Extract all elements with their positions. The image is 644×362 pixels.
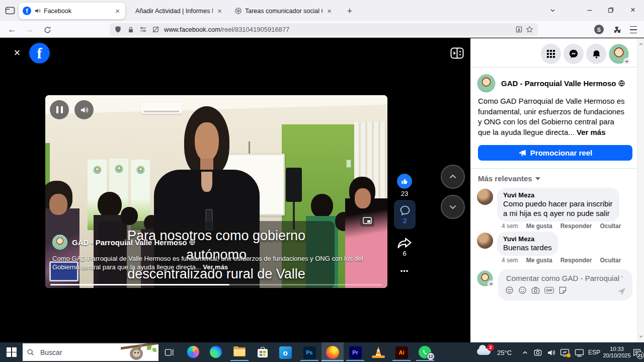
promote-reel-button[interactable]: Promocionar reel [478,145,632,161]
more-options-icon[interactable]: ••• [394,267,415,275]
video-progress-bar[interactable] [50,284,382,285]
lock-icon[interactable] [126,25,135,34]
sidebar-toggle-icon[interactable] [450,46,464,59]
gif-icon[interactable]: GIF [544,287,554,294]
reply-link[interactable]: Responder [560,223,592,230]
url-text[interactable]: www.facebook.com/reel/831041905916877 [164,26,515,33]
page-name[interactable]: GAD - Parroquial Valle Hermoso [72,238,187,247]
facebook-logo[interactable]: f [29,43,50,63]
messenger-icon[interactable] [564,44,584,64]
tab-close-icon[interactable]: × [216,7,223,15]
tab-tareas[interactable]: Tareas comunicador social GAD × [230,3,337,19]
volume-button[interactable] [74,100,94,119]
firefox-icon[interactable] [326,346,339,359]
taskbar-clock[interactable]: 10:33 20/10/2025 [603,346,631,359]
menu-hamburger-icon[interactable] [627,24,640,36]
extensions-puzzle-icon[interactable] [611,24,624,36]
photoshop-icon[interactable]: Ps [303,346,316,359]
task-view-icon[interactable] [163,346,176,359]
comment-time[interactable]: 4 sem [502,257,518,264]
commenter-avatar[interactable] [477,189,493,205]
reply-link[interactable]: Responder [560,257,592,264]
comment-composer[interactable]: GIF [498,269,632,301]
like-link[interactable]: Me gusta [526,257,552,264]
like-icon[interactable] [397,174,412,189]
sidebar-scrollbar[interactable] [637,38,644,342]
comment-author[interactable]: Yuvi Meza [503,235,552,243]
forward-button[interactable]: → [22,24,36,36]
whatsapp-icon[interactable]: 12 [419,346,432,359]
account-avatar[interactable] [609,44,629,64]
outlook-icon[interactable]: o [279,346,292,359]
file-explorer-icon[interactable] [233,346,246,359]
edge-icon[interactable] [210,346,223,359]
illustrator-icon[interactable]: Ai [395,346,408,359]
url-bar[interactable]: www.facebook.com/reel/831041905916877 [110,23,538,36]
commenter-avatar[interactable] [477,233,493,249]
next-reel-button[interactable] [441,195,465,219]
notifications-bell-icon[interactable] [586,44,606,64]
window-close-button[interactable]: × [622,0,644,20]
previous-reel-button[interactable] [441,165,465,189]
emoji-icon[interactable] [518,286,527,295]
comments-button[interactable]: 2 [394,200,416,229]
pause-button[interactable] [50,100,69,119]
firefox-view-icon[interactable] [4,5,16,16]
temperature-label[interactable]: 25°C [497,349,512,356]
permissions-icon[interactable] [139,25,147,34]
camera-icon[interactable] [531,286,540,295]
bookmark-star-icon[interactable] [525,25,534,34]
back-button[interactable]: ← [5,24,19,36]
reel-video[interactable]: Para nosotros como gobierno autónomo des… [45,95,387,288]
scroll-up-icon[interactable] [638,41,644,47]
network-icon[interactable] [573,347,585,357]
shield-icon[interactable] [114,25,122,34]
composer-avatar[interactable] [477,270,493,286]
search-input[interactable] [39,348,100,357]
like-link[interactable]: Me gusta [526,223,552,230]
taskbar-search[interactable] [23,343,158,361]
sticker-icon[interactable] [558,286,567,295]
notification-center-icon[interactable]: 21 [631,347,643,358]
tab-audio-icon[interactable] [34,8,41,14]
list-tabs-icon[interactable] [541,0,564,20]
picture-in-picture-icon[interactable] [360,214,374,227]
tab-facebook[interactable]: f Facebook × [19,3,125,19]
see-more-link[interactable]: Ver más [203,263,228,271]
page-avatar[interactable] [477,74,496,93]
cast-screen-icon[interactable] [558,347,571,357]
language-indicator[interactable]: ESP [586,347,603,357]
page-avatar[interactable] [52,235,67,250]
scroll-down-icon[interactable] [638,333,644,339]
vlc-icon[interactable] [372,346,385,359]
tab-informes[interactable]: Añadir Actividad | Informes Mensua × [128,3,227,19]
hide-link[interactable]: Ocultar [600,257,621,264]
tab-close-icon[interactable]: × [114,7,121,15]
reload-icon[interactable] [40,24,54,36]
share-icon[interactable] [394,235,415,251]
premiere-icon[interactable]: Pr [349,346,362,359]
send-comment-icon[interactable] [617,286,626,296]
weather-icon[interactable]: 2 [477,348,491,355]
firefox-active-slab[interactable] [321,342,344,362]
new-tab-button[interactable]: + [343,5,356,18]
tray-expand-icon[interactable] [520,347,530,357]
meet-now-icon[interactable] [532,347,543,357]
apps-grid-icon[interactable] [541,44,561,64]
comment-input[interactable] [505,273,623,283]
extension-s-icon[interactable]: S [594,25,604,34]
sort-comments-dropdown[interactable]: Más relevantes [478,174,540,183]
microsoft-store-icon[interactable] [256,346,269,359]
volume-tray-icon[interactable] [545,347,556,357]
see-more-link[interactable]: Ver más [577,128,606,136]
copilot-icon[interactable] [187,346,200,359]
page-name-header[interactable]: GAD - Parroquial Valle Hermoso [501,79,625,88]
autoplay-blocked-icon[interactable] [151,25,160,34]
minimize-button[interactable]: – [579,0,601,20]
maximize-button[interactable] [600,0,622,20]
avatar-sticker-icon[interactable] [505,286,514,295]
save-page-icon[interactable] [515,25,523,34]
video-page-header[interactable]: GAD - Parroquial Valle Hermoso [52,235,195,250]
start-button[interactable] [3,342,20,362]
hide-link[interactable]: Ocultar [600,223,621,230]
